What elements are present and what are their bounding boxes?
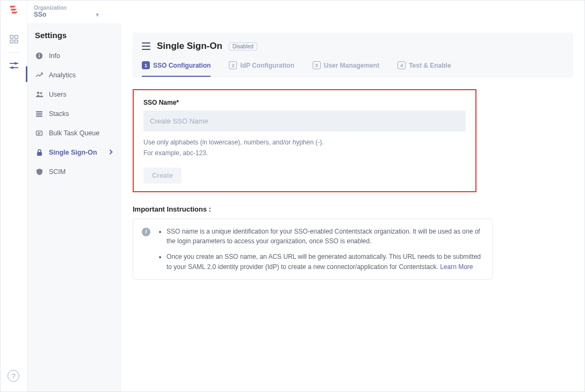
page-header-card: Single Sign-On Disabled 1 SSO Configurat… [133, 33, 573, 77]
sidebar-item-label: Info [49, 52, 60, 60]
instruction-text: SSO name is a unique identification for … [167, 228, 480, 245]
sidebar-item-stacks[interactable]: Stacks [27, 104, 120, 124]
sidebar-item-single-sign-on[interactable]: Single Sign-On [27, 143, 120, 162]
stacks-icon [35, 110, 44, 118]
sso-name-hint: Use only alphabets (in lowercase), numbe… [143, 137, 466, 159]
users-icon [35, 90, 44, 99]
svg-point-12 [40, 92, 42, 95]
tab-test-enable[interactable]: 4 Test & Enable [398, 61, 451, 77]
instruction-item: Once you create an SSO name, an ACS URL … [167, 252, 483, 272]
instructions-list: SSO name is a unique identification for … [157, 227, 483, 272]
brand-logo-icon [8, 4, 20, 16]
instructions-title: Important Instructions : [133, 205, 573, 213]
info-icon: i [142, 228, 150, 236]
step-label: User Management [324, 62, 379, 69]
menu-icon[interactable] [142, 42, 150, 50]
step-number: 4 [398, 61, 406, 69]
status-badge: Disabled [229, 42, 257, 50]
sidebar-item-bulk-task-queue[interactable]: Bulk Task Queue [27, 124, 120, 143]
step-number: 3 [313, 61, 321, 69]
top-bar: Organization SSo ▼ [27, 1, 584, 23]
instructions-card: i SSO name is a unique identification fo… [133, 219, 493, 280]
sidebar-item-label: Analytics [49, 71, 76, 79]
svg-point-11 [37, 92, 39, 95]
svg-rect-15 [36, 115, 42, 117]
help-icon[interactable]: ? [8, 370, 19, 382]
sidebar-item-label: Bulk Task Queue [49, 129, 99, 137]
instruction-item: SSO name is a unique identification for … [167, 227, 483, 246]
lock-icon [35, 148, 44, 157]
instruction-text: Once you create an SSO name, an ACS URL … [167, 253, 481, 271]
sidebar-item-info[interactable]: Info [27, 46, 120, 66]
step-label: SSO Configuration [153, 62, 211, 69]
sidebar-item-label: Stacks [49, 110, 69, 118]
svg-rect-9 [39, 55, 40, 57]
sso-name-form: SSO Name* Use only alphabets (in lowerca… [133, 89, 476, 192]
info-icon [35, 52, 44, 60]
org-selector[interactable]: Organization SSo ▼ [34, 5, 100, 18]
svg-rect-2 [10, 40, 13, 43]
svg-rect-14 [36, 113, 42, 114]
sso-name-label: SSO Name* [143, 99, 466, 106]
svg-rect-7 [11, 67, 13, 69]
step-number: 1 [142, 61, 150, 69]
chevron-right-icon [109, 149, 113, 156]
settings-sliders-icon[interactable] [6, 58, 21, 73]
chevron-down-icon: ▼ [95, 12, 100, 18]
shield-icon [35, 168, 44, 176]
svg-rect-3 [15, 40, 18, 43]
learn-more-link[interactable]: Learn More [440, 263, 473, 271]
rail-divider [8, 52, 20, 53]
svg-rect-17 [37, 152, 42, 156]
step-tabs: 1 SSO Configuration 2 IdP Configuration … [142, 61, 564, 77]
org-name: SSo [34, 11, 46, 19]
main-content: Single Sign-On Disabled 1 SSO Configurat… [121, 23, 584, 391]
sidebar-item-label: Users [49, 91, 67, 98]
svg-rect-1 [15, 35, 18, 39]
sidebar-item-scim[interactable]: SCIM [27, 162, 120, 182]
svg-rect-5 [15, 62, 17, 64]
tab-user-management[interactable]: 3 User Management [313, 61, 379, 77]
sidebar-item-users[interactable]: Users [27, 85, 120, 104]
step-number: 2 [229, 61, 237, 69]
queue-icon [35, 129, 44, 137]
sidebar-item-analytics[interactable]: Analytics [27, 66, 120, 85]
create-button[interactable]: Create [143, 168, 182, 184]
sso-name-input[interactable] [143, 111, 466, 132]
app-rail: ? [1, 1, 27, 391]
svg-rect-0 [10, 35, 13, 39]
hint-line: For example, abc-123. [143, 148, 466, 158]
sidebar-item-label: Single Sign-On [49, 149, 97, 156]
hint-line: Use only alphabets (in lowercase), numbe… [143, 137, 466, 148]
sidebar-title: Settings [27, 30, 120, 46]
settings-sidebar: Settings Info Analytics Users Stacks Bul… [27, 23, 121, 391]
step-label: IdP Configuration [240, 62, 294, 69]
svg-point-10 [39, 54, 40, 55]
dashboard-icon[interactable] [6, 32, 21, 47]
svg-rect-13 [36, 111, 42, 112]
step-label: Test & Enable [409, 62, 451, 69]
tab-idp-configuration[interactable]: 2 IdP Configuration [229, 61, 294, 77]
tab-sso-configuration[interactable]: 1 SSO Configuration [142, 61, 211, 77]
sidebar-item-label: SCIM [49, 168, 66, 176]
analytics-icon [35, 71, 44, 79]
page-title: Single Sign-On [157, 41, 222, 52]
